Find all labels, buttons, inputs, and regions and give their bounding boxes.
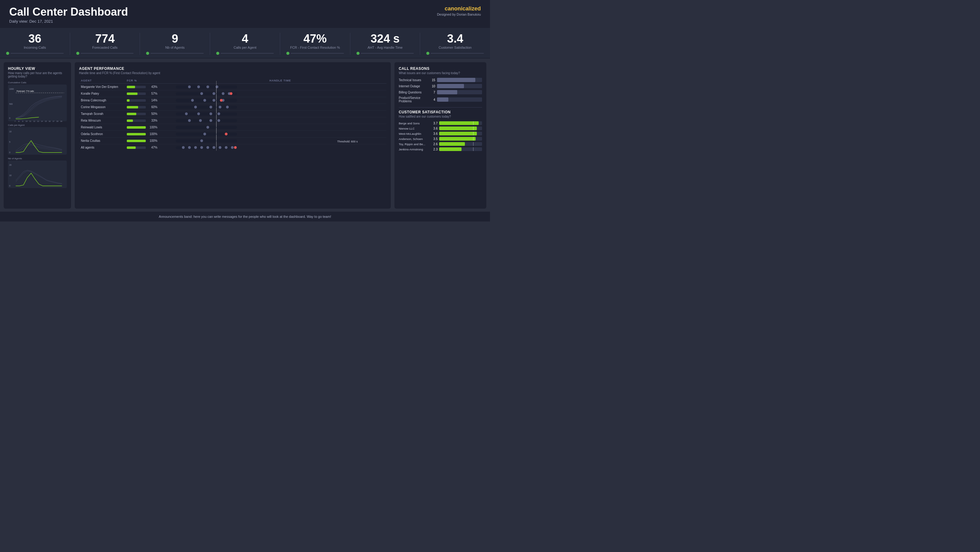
ht-container xyxy=(176,99,237,102)
kpi-line xyxy=(361,53,414,54)
kpi-value: 774 xyxy=(73,33,137,45)
cr-count: 10 xyxy=(430,84,435,88)
brand-pre: canonical xyxy=(445,5,470,12)
cr-bar-fill xyxy=(437,78,475,82)
call-reason-item: Internet Outage 10 xyxy=(399,84,482,88)
kpi-line xyxy=(431,53,484,54)
fcr-bar-bg xyxy=(127,133,146,135)
sat-label: Jenkins-Armstrong xyxy=(399,148,430,151)
agent-row: Tamqrah Scorah 50% xyxy=(79,111,387,117)
call-reason-item: Technical Issues 15 xyxy=(399,78,482,82)
sat-score: 2.3 xyxy=(431,148,438,151)
svg-text:15: 15 xyxy=(45,120,46,122)
sat-score: 3.7 xyxy=(431,122,438,125)
announcement-band: Announcements band: here you can write m… xyxy=(0,212,490,221)
agent-fcr: 57% xyxy=(125,91,174,97)
ht-container xyxy=(176,119,237,122)
ht-dot xyxy=(204,99,206,102)
fcr-bar-container: 33% xyxy=(127,119,158,122)
sat-bar-bg xyxy=(439,137,482,141)
agent-name: Brinna Colecrough xyxy=(79,97,125,104)
col-fcr: FCR % xyxy=(125,78,174,84)
ht-track xyxy=(176,126,237,129)
ht-dot xyxy=(185,113,188,115)
threshold-indicator xyxy=(216,142,216,151)
agent-row: All agents 47% xyxy=(79,144,387,151)
cr-label: Technical Issues xyxy=(399,78,428,82)
fcr-pct: 47% xyxy=(148,146,158,149)
ht-dot xyxy=(213,92,215,95)
ht-dot xyxy=(207,86,209,88)
agent-fcr: 100% xyxy=(125,131,174,138)
fcr-bar-fill xyxy=(127,106,138,108)
agent-handle-time xyxy=(174,91,387,97)
call-reason-item: Billing Questions 7 xyxy=(399,90,482,94)
agent-table: AGENT FCR % HANDLE TIME Margarete Von De… xyxy=(79,78,387,151)
sat-bar-fill xyxy=(439,132,477,135)
ht-dot xyxy=(210,119,212,122)
agent-perf-subtitle: Handle time and FCR % (First Contact Res… xyxy=(79,72,387,75)
ht-dot xyxy=(197,113,200,115)
cr-count: 15 xyxy=(430,78,435,82)
fcr-bar-fill xyxy=(127,140,146,142)
agent-handle-time xyxy=(174,144,387,151)
ht-dot xyxy=(218,119,220,122)
ht-dot xyxy=(197,86,200,88)
kpi-dot xyxy=(146,52,149,55)
ht-dot xyxy=(194,106,197,108)
ht-container xyxy=(176,146,237,149)
cr-bar-bg xyxy=(437,78,482,82)
right-panel: CALL REASONS What issues are our custome… xyxy=(395,62,486,208)
cr-bar-bg xyxy=(437,97,482,102)
kpi-dot xyxy=(356,52,360,55)
fcr-bar-container: 14% xyxy=(127,99,158,102)
cr-bar-fill xyxy=(437,84,464,88)
cr-bar-fill xyxy=(437,97,449,102)
agent-fcr: 60% xyxy=(125,104,174,111)
agent-handle-time xyxy=(174,131,387,138)
kpi-dot xyxy=(6,52,9,55)
fcr-pct: 60% xyxy=(148,105,158,109)
svg-text:18: 18 xyxy=(56,120,58,122)
fcr-pct: 100% xyxy=(148,126,158,129)
fcr-pct: 43% xyxy=(148,85,158,89)
csat-item: Berge and Sons 3.7 xyxy=(399,121,482,125)
svg-text:20: 20 xyxy=(9,164,12,166)
kpi-progress xyxy=(423,52,487,55)
ht-track xyxy=(176,99,237,102)
sat-score: 3.6 xyxy=(431,127,438,130)
cr-bar-bg xyxy=(437,84,482,88)
fcr-bar-container: 47% xyxy=(127,146,158,149)
kpi-item: 9 Nb of Agents xyxy=(140,33,210,55)
ht-container xyxy=(176,126,237,129)
ht-dot xyxy=(199,119,202,122)
fcr-bar-bg xyxy=(127,92,146,95)
agent-row: Reinwald Lowis 100% xyxy=(79,124,387,131)
ht-dot xyxy=(194,146,197,149)
ht-dot xyxy=(200,92,203,95)
ht-container xyxy=(176,92,237,95)
kpi-progress xyxy=(73,52,137,55)
agent-name: Odelia Scothron xyxy=(79,131,125,138)
svg-text:0: 0 xyxy=(9,117,10,119)
fcr-bar-fill xyxy=(127,133,146,135)
announcement-text: Announcements band: here you can write m… xyxy=(159,215,331,218)
svg-text:10: 10 xyxy=(9,130,12,133)
fcr-bar-container: 57% xyxy=(127,92,158,95)
svg-text:0: 0 xyxy=(9,151,10,153)
fcr-pct: 33% xyxy=(148,119,158,122)
ht-dot xyxy=(213,99,215,102)
svg-text:16: 16 xyxy=(49,120,51,122)
fcr-bar-container: 100% xyxy=(127,139,158,142)
kpi-value: 3.4 xyxy=(423,33,487,45)
svg-text:Forecast: 774 calls: Forecast: 774 calls xyxy=(16,90,34,92)
agent-name: Reinwald Lowis xyxy=(79,124,125,131)
agent-row: Margarete Von Der Empten 43% xyxy=(79,84,387,91)
ht-dot xyxy=(188,146,191,149)
sat-score: 3.6 xyxy=(431,132,438,135)
agent-handle-time xyxy=(174,138,387,144)
ht-dot xyxy=(204,133,206,135)
call-reasons-list: Technical Issues 15 Internet Outage 10 B… xyxy=(399,78,482,103)
cr-bar-bg xyxy=(437,90,482,94)
fcr-bar-fill xyxy=(127,86,135,88)
